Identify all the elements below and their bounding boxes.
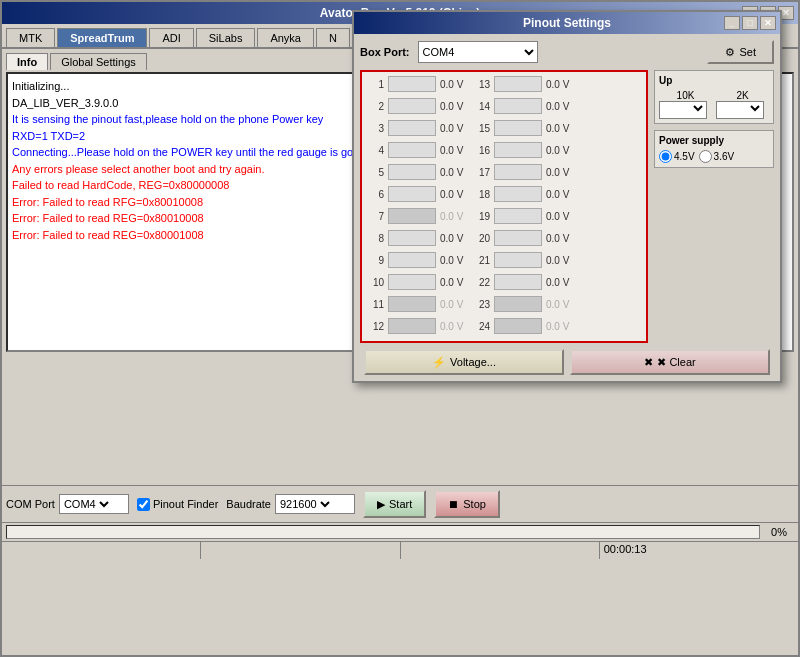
col2-combo[interactable] (716, 101, 764, 119)
pin-row-20: 20 0.0 V (472, 230, 574, 246)
baudrate-select[interactable]: 921600 (276, 495, 333, 513)
box-port-combo[interactable]: COM4 (418, 41, 538, 63)
pin-num-22: 22 (472, 277, 490, 288)
pin-input-6[interactable] (388, 186, 436, 202)
dialog-close-button[interactable]: ✕ (760, 16, 776, 30)
tab-mtk[interactable]: MTK (6, 28, 55, 47)
baudrate-label: Baudrate (226, 498, 271, 510)
voltage-icon: ⚡ (432, 356, 446, 369)
tab-silabs[interactable]: SiLabs (196, 28, 256, 47)
pin-input-5[interactable] (388, 164, 436, 180)
pin-voltage-21: 0.0 V (546, 255, 574, 266)
stop-button[interactable]: ⏹ Stop (434, 490, 500, 518)
com-port-select[interactable]: COM4 (60, 495, 112, 513)
box-port-select[interactable]: COM4 (419, 45, 537, 59)
pin-input-4[interactable] (388, 142, 436, 158)
pin-row-23: 23 0.0 V (472, 296, 574, 312)
pin-num-18: 18 (472, 189, 490, 200)
radio-3v6-text: 3.6V (714, 151, 735, 162)
pin-row-24: 24 0.0 V (472, 318, 574, 334)
col2-label: 2K (716, 90, 769, 101)
pin-row-19: 19 0.0 V (472, 208, 574, 224)
pin-input-18[interactable] (494, 186, 542, 202)
pin-input-2[interactable] (388, 98, 436, 114)
com-port-field: COM Port COM4 (6, 494, 129, 514)
pin-voltage-10: 0.0 V (440, 277, 468, 288)
pin-voltage-18: 0.0 V (546, 189, 574, 200)
tab-adi[interactable]: ADI (149, 28, 193, 47)
pin-num-21: 21 (472, 255, 490, 266)
col1-combo[interactable] (659, 101, 707, 119)
pin-input-23 (494, 296, 542, 312)
pin-input-15[interactable] (494, 120, 542, 136)
start-label: Start (389, 498, 412, 510)
pin-input-17[interactable] (494, 164, 542, 180)
pin-voltage-3: 0.0 V (440, 123, 468, 134)
dialog-content: Box Port: COM4 ⚙ Set (354, 34, 780, 381)
col1-select[interactable] (660, 102, 706, 115)
status-cell-1 (2, 542, 201, 559)
pin-input-1[interactable] (388, 76, 436, 92)
radio-group: 4.5V 3.6V (659, 150, 769, 163)
pinout-finder-checkbox[interactable] (137, 498, 150, 511)
pin-row-2: 2 0.0 V (366, 98, 468, 114)
pin-input-10[interactable] (388, 274, 436, 290)
pin-columns: 1 0.0 V 2 0.0 V (366, 76, 642, 337)
pin-column-right: 13 0.0 V 14 0.0 V (472, 76, 574, 337)
pin-row-14: 14 0.0 V (472, 98, 574, 114)
dialog-maximize-button[interactable]: □ (742, 16, 758, 30)
clear-button[interactable]: ✖ ✖ Clear (570, 349, 770, 375)
tab-n[interactable]: N (316, 28, 350, 47)
pin-input-13[interactable] (494, 76, 542, 92)
com-port-combo[interactable]: COM4 (59, 494, 129, 514)
pin-num-4: 4 (366, 145, 384, 156)
dialog-minimize-button[interactable]: _ (724, 16, 740, 30)
stop-icon: ⏹ (448, 498, 459, 510)
radio-3v6-label[interactable]: 3.6V (699, 150, 735, 163)
pin-input-22[interactable] (494, 274, 542, 290)
pin-num-24: 24 (472, 321, 490, 332)
pin-input-12 (388, 318, 436, 334)
radio-4v5-label[interactable]: 4.5V (659, 150, 695, 163)
pin-voltage-11: 0.0 V (440, 299, 468, 310)
baudrate-combo[interactable]: 921600 (275, 494, 355, 514)
pin-input-20[interactable] (494, 230, 542, 246)
pin-num-5: 5 (366, 167, 384, 178)
radio-4v5[interactable] (659, 150, 672, 163)
tab-anyka[interactable]: Anyka (257, 28, 314, 47)
pinout-main: 1 0.0 V 2 0.0 V (360, 70, 774, 343)
pin-input-19[interactable] (494, 208, 542, 224)
port-row: Box Port: COM4 ⚙ Set (360, 40, 774, 64)
pin-row-17: 17 0.0 V (472, 164, 574, 180)
pin-input-8[interactable] (388, 230, 436, 246)
set-button[interactable]: ⚙ Set (707, 40, 774, 64)
up-group: Up 10K 2K (654, 70, 774, 124)
pin-row-22: 22 0.0 V (472, 274, 574, 290)
pin-num-8: 8 (366, 233, 384, 244)
pin-num-19: 19 (472, 211, 490, 222)
sub-tab-info[interactable]: Info (6, 53, 48, 70)
pin-input-24 (494, 318, 542, 334)
pin-voltage-4: 0.0 V (440, 145, 468, 156)
pin-voltage-1: 0.0 V (440, 79, 468, 90)
pin-input-9[interactable] (388, 252, 436, 268)
pin-num-6: 6 (366, 189, 384, 200)
pin-input-14[interactable] (494, 98, 542, 114)
col2-select[interactable] (717, 102, 763, 115)
start-button[interactable]: ▶ Start (363, 490, 426, 518)
pin-voltage-7: 0.0 V (440, 211, 468, 222)
set-icon: ⚙ (725, 46, 735, 59)
tab-spreadtrum[interactable]: SpreadTrum (57, 28, 147, 47)
pin-input-21[interactable] (494, 252, 542, 268)
main-window: Avator Box Ver5.813 (China) _ □ ✕ MTK Sp… (0, 0, 800, 657)
pin-row-18: 18 0.0 V (472, 186, 574, 202)
sub-tab-global-settings[interactable]: Global Settings (50, 53, 147, 70)
radio-3v6[interactable] (699, 150, 712, 163)
pin-input-16[interactable] (494, 142, 542, 158)
pinout-finder-label: Pinout Finder (153, 498, 218, 510)
pin-row-12: 12 0.0 V (366, 318, 468, 334)
pin-voltage-5: 0.0 V (440, 167, 468, 178)
pin-input-3[interactable] (388, 120, 436, 136)
pin-voltage-6: 0.0 V (440, 189, 468, 200)
voltage-button[interactable]: ⚡ Voltage... (364, 349, 564, 375)
